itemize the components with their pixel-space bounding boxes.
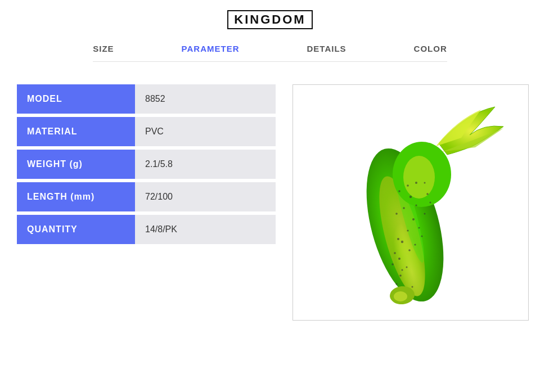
svg-point-19: [414, 244, 416, 245]
svg-point-28: [407, 184, 409, 187]
nav-tabs: SIZE PARAMETER DETAILS COLOR: [93, 42, 447, 62]
svg-point-5: [410, 196, 412, 198]
svg-point-16: [395, 213, 398, 215]
param-value-model: 8852: [135, 84, 276, 114]
svg-point-8: [407, 229, 408, 231]
svg-point-24: [424, 213, 426, 215]
svg-point-18: [397, 238, 399, 240]
param-value-weight: 2.1/5.8: [135, 150, 276, 179]
table-row: MATERIAL PVC: [17, 117, 276, 146]
svg-point-4: [403, 156, 435, 199]
svg-point-10: [408, 249, 411, 251]
param-value-material: PVC: [135, 117, 276, 146]
param-label-material: MATERIAL: [17, 117, 135, 146]
svg-point-30: [398, 190, 400, 192]
table-row: WEIGHT (g) 2.1/5.8: [17, 150, 276, 179]
param-table: MODEL 8852 MATERIAL PVC WEIGHT (g) 2.1/5…: [17, 84, 276, 321]
svg-point-15: [415, 204, 417, 206]
svg-point-6: [403, 207, 405, 209]
svg-point-31: [412, 286, 413, 288]
svg-point-13: [399, 274, 402, 277]
product-lure-image: [304, 96, 518, 309]
param-label-weight: WEIGHT (g): [17, 150, 135, 179]
param-value-length: 72/100: [135, 182, 276, 211]
svg-point-7: [412, 218, 415, 220]
svg-point-29: [430, 202, 431, 204]
table-row: LENGTH (mm) 72/100: [17, 182, 276, 211]
tab-details[interactable]: DETAILS: [307, 42, 346, 56]
svg-point-34: [394, 291, 407, 301]
svg-point-22: [421, 236, 423, 237]
svg-point-14: [396, 283, 398, 285]
param-label-quantity: QUANTITY: [17, 215, 135, 244]
product-image-container: [292, 84, 529, 321]
svg-point-11: [398, 258, 400, 260]
svg-point-20: [394, 252, 396, 254]
table-row: MODEL 8852: [17, 84, 276, 114]
svg-point-23: [392, 263, 394, 265]
tab-parameter[interactable]: PARAMETER: [182, 42, 240, 56]
logo: KINGDOM: [227, 10, 312, 29]
table-row: QUANTITY 14/8/PK: [17, 215, 276, 244]
tab-color[interactable]: COLOR: [414, 42, 447, 56]
param-value-quantity: 14/8/PK: [135, 215, 276, 244]
svg-point-27: [415, 182, 417, 184]
header: KINGDOM SIZE PARAMETER DETAILS COLOR: [0, 0, 540, 62]
svg-point-26: [424, 182, 426, 184]
svg-point-17: [418, 227, 420, 229]
page-wrapper: KINGDOM SIZE PARAMETER DETAILS COLOR MOD…: [0, 0, 540, 392]
svg-point-21: [402, 269, 403, 271]
svg-point-9: [401, 241, 403, 243]
param-label-model: MODEL: [17, 84, 135, 114]
param-label-length: LENGTH (mm): [17, 182, 135, 211]
svg-point-12: [406, 267, 408, 268]
svg-point-25: [426, 193, 429, 195]
tab-size[interactable]: SIZE: [93, 42, 114, 56]
main-content: MODEL 8852 MATERIAL PVC WEIGHT (g) 2.1/5…: [0, 84, 540, 321]
